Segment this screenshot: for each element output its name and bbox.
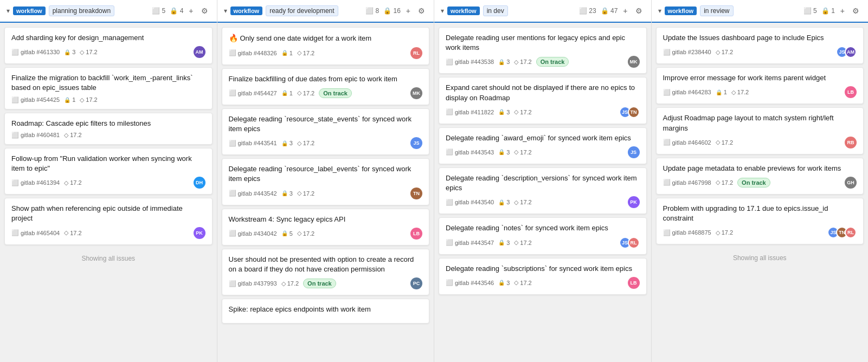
settings-button[interactable]: ⚙	[850, 5, 861, 16]
avatar: RL	[410, 47, 422, 59]
issue-card[interactable]: Spike: replace epics endpoints with work…	[222, 299, 430, 324]
avatar: AM	[194, 46, 205, 58]
chevron-down-icon[interactable]: ▾	[658, 7, 661, 15]
workflow-badge: workflow	[665, 7, 697, 15]
column-status-label[interactable]: in dev	[483, 5, 508, 16]
weight-icon: ◇	[514, 279, 518, 286]
issue-card[interactable]: Finalize the migration to backfill `work…	[4, 67, 213, 109]
avatar: JS	[628, 146, 640, 158]
issue-card[interactable]: Delegate reading `award_emoji` for synce…	[439, 127, 647, 164]
issue-count: ⬜ 5	[803, 7, 817, 15]
card-title: Delegate reading `award_emoji` for synce…	[446, 133, 640, 143]
chevron-down-icon[interactable]: ▾	[441, 7, 444, 15]
add-issue-button[interactable]: +	[838, 5, 847, 16]
avatar: TN	[410, 188, 422, 199]
issue-count: ⬜ 8	[365, 7, 379, 15]
issue-card[interactable]: Delegate reading `description_versions` …	[439, 167, 647, 214]
column-header-actions: +⚙	[404, 5, 427, 16]
weight: ◇ 17.2	[716, 139, 733, 146]
weight: ◇ 17.2	[514, 279, 531, 286]
chevron-down-icon[interactable]: ▾	[224, 7, 227, 15]
chevron-down-icon[interactable]: ▾	[7, 7, 10, 15]
lock-count: 🔒 1	[281, 50, 293, 56]
issue-card[interactable]: Roadmap: Cascade epic filters to milesto…	[4, 113, 213, 145]
issue-card[interactable]: Delegate reading `resource_state_events`…	[222, 108, 430, 155]
add-issue-button[interactable]: +	[187, 5, 195, 16]
issue-card[interactable]: Update page metadata to enable previews …	[656, 158, 864, 195]
lock-count-header: 🔒 1	[821, 7, 835, 15]
lock-icon: 🔒	[64, 97, 70, 103]
weight-icon: ◇	[64, 179, 68, 186]
avatar-group: JSRL	[619, 237, 640, 249]
issue-icon: ⬜	[446, 199, 453, 206]
issue-card[interactable]: Delegate reading `notes` for synced work…	[439, 217, 647, 254]
issue-card[interactable]: Follow-up from "Run validation worker wh…	[4, 148, 213, 195]
issue-id: ⬜ gitlab #437993	[229, 280, 277, 287]
card-meta: ⬜ gitlab #454427🔒 1◇ 17.2On trackMK	[229, 87, 423, 99]
issue-card[interactable]: Expand caret should not be displayed if …	[439, 77, 647, 124]
lock-count: 🔒 1	[64, 96, 75, 103]
board-column-planning-breakdown: ▾workflowplanning breakdown⬜ 5🔒 4+⚙Add s…	[0, 0, 217, 362]
issue-card[interactable]: Add sharding key for design_management⬜ …	[4, 27, 213, 64]
card-title: Problem with upgrading to 17.1 due to ep…	[663, 204, 857, 223]
issue-card[interactable]: Improve error message for work items par…	[656, 67, 864, 104]
column-status-label[interactable]: planning breakdown	[49, 5, 114, 16]
issue-icon: ⬜	[446, 59, 453, 66]
weight-icon: ◇	[64, 132, 68, 139]
avatar: LB	[410, 228, 422, 240]
card-title: Follow-up from "Run validation worker wh…	[11, 154, 205, 173]
card-title: Roadmap: Cascade epic filters to milesto…	[11, 119, 205, 128]
settings-button[interactable]: ⚙	[199, 5, 210, 16]
issue-card[interactable]: Workstream 4: Sync legacy epics API⬜ git…	[222, 209, 430, 245]
avatar-group: JSAM	[836, 46, 857, 58]
settings-button[interactable]: ⚙	[416, 5, 427, 16]
issue-card[interactable]: Delegate reading user mentions for legac…	[439, 27, 647, 74]
column-status-label[interactable]: ready for development	[266, 5, 338, 16]
column-status-label[interactable]: in review	[700, 5, 733, 16]
workflow-badge: workflow	[13, 7, 46, 15]
lock-icon: 🔒	[281, 190, 288, 196]
column-header-actions: +⚙	[838, 5, 861, 16]
settings-button[interactable]: ⚙	[633, 5, 645, 16]
lock-count: 🔒 3	[281, 190, 293, 197]
lock-icon: 🔒	[498, 240, 505, 245]
lock-icon: 🔒	[498, 280, 505, 286]
issue-card[interactable]: 🔥 Only send one date widget for a work i…	[222, 27, 430, 65]
card-meta: ⬜ gitlab #443543🔒 3◇ 17.2JS	[446, 146, 640, 158]
card-meta: ⬜ gitlab #448326🔒 1◇ 17.2RL	[229, 47, 423, 59]
avatar: LB	[845, 86, 857, 98]
issue-card[interactable]: Show path when referencing epic outside …	[4, 198, 213, 244]
issue-card[interactable]: Update the Issues dashboard page to incl…	[656, 27, 864, 64]
issue-card[interactable]: Finalize backfilling of due dates from e…	[222, 68, 430, 105]
lock-count: 🔒 3	[498, 149, 510, 156]
add-issue-button[interactable]: +	[621, 5, 629, 16]
card-meta: ⬜ gitlab #464283🔒 1◇ 17.2LB	[663, 86, 857, 98]
avatar-group: JSTN	[619, 106, 640, 118]
issue-id: ⬜ gitlab #461330	[11, 49, 60, 56]
issue-card[interactable]: Delegate reading `subscriptions` for syn…	[439, 258, 647, 295]
issue-id: ⬜ gitlab #465404	[11, 229, 60, 236]
status-badge: On track	[536, 57, 569, 67]
issue-icon: ⬜	[229, 89, 236, 96]
weight-icon: ◇	[514, 148, 518, 156]
lock-count: 🔒 1	[281, 90, 293, 96]
card-meta: ⬜ gitlab #443541🔒 3◇ 17.2JS	[229, 137, 423, 149]
add-issue-button[interactable]: +	[404, 5, 413, 16]
card-title: Finalize backfilling of due dates from e…	[229, 74, 423, 84]
issue-card[interactable]: User should not be presented with option…	[222, 249, 430, 295]
card-meta: ⬜ gitlab #437993◇ 17.2On trackPC	[229, 277, 423, 289]
card-title: Spike: replace epics endpoints with work…	[229, 305, 423, 314]
card-meta: ⬜ gitlab #443542🔒 3◇ 17.2TN	[229, 188, 423, 199]
lock-count: 🔒 3	[498, 109, 510, 115]
issue-card[interactable]: Delegate reading `resource_label_events`…	[222, 158, 430, 205]
column-body: Add sharding key for design_management⬜ …	[0, 23, 217, 362]
lock-icon: 🔒	[498, 149, 505, 155]
issue-id: ⬜ gitlab #411822	[446, 108, 494, 115]
issue-count: ⬜ 23	[579, 7, 596, 15]
issue-card[interactable]: Problem with upgrading to 17.1 due to ep…	[656, 198, 864, 244]
issue-card[interactable]: Adjust Roadmap page layout to match syst…	[656, 107, 864, 154]
issue-icon: ⬜	[663, 179, 671, 186]
issue-icon: ⬜	[229, 49, 236, 56]
lock-count: 🔒 3	[498, 280, 510, 286]
weight: ◇ 17.2	[514, 239, 531, 246]
